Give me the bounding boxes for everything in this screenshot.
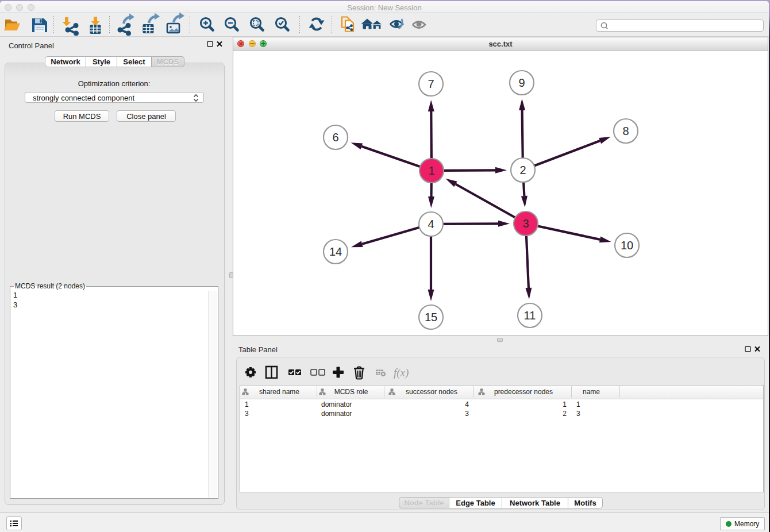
svg-text:1: 1 — [428, 164, 434, 177]
svg-text:MCDS role: MCDS role — [334, 388, 368, 396]
svg-text:10: 10 — [621, 239, 633, 252]
svg-text:4: 4 — [428, 218, 434, 230]
svg-text:f(x): f(x) — [394, 367, 409, 379]
svg-text:14: 14 — [329, 245, 342, 258]
svg-text:2: 2 — [519, 164, 526, 176]
svg-text:6: 6 — [332, 131, 338, 144]
svg-text:1: 1 — [245, 400, 249, 408]
svg-text:4: 4 — [465, 400, 469, 408]
svg-text:3: 3 — [522, 217, 529, 230]
svg-text:15: 15 — [425, 311, 437, 323]
svg-text:dominator: dominator — [321, 410, 352, 418]
svg-text:shared name: shared name — [259, 388, 299, 396]
svg-text:1: 1 — [563, 400, 567, 408]
svg-text:dominator: dominator — [321, 400, 352, 408]
svg-text:11: 11 — [524, 309, 536, 322]
svg-text:7: 7 — [428, 78, 434, 90]
svg-text:9: 9 — [518, 76, 525, 89]
svg-text:3: 3 — [576, 410, 580, 418]
svg-text:1: 1 — [576, 400, 580, 408]
svg-text:3: 3 — [465, 410, 469, 418]
svg-text:successor nodes: successor nodes — [406, 388, 457, 396]
svg-text:predecessor nodes: predecessor nodes — [494, 388, 553, 396]
svg-text:3: 3 — [245, 410, 249, 418]
svg-text:name: name — [583, 388, 600, 396]
svg-text:8: 8 — [622, 125, 629, 137]
svg-text:2: 2 — [563, 410, 567, 418]
